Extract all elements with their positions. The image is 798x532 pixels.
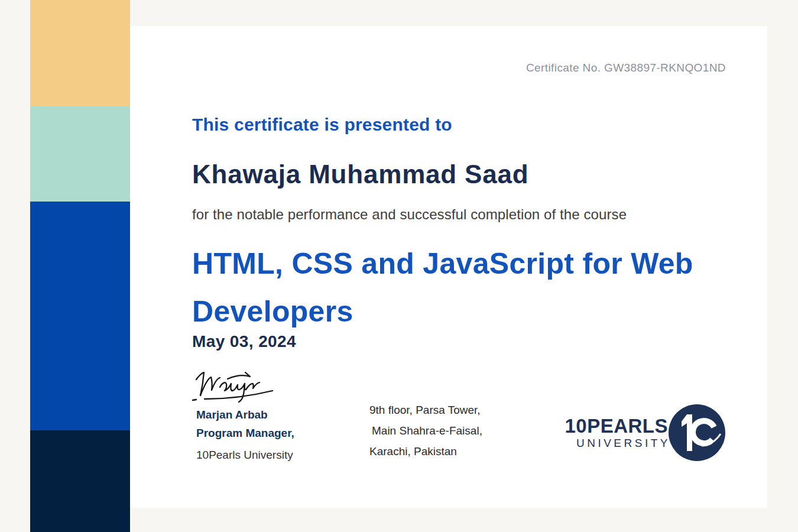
signatory-name: Marjan Arbab [196,406,294,424]
signatory-block: Marjan Arbab Program Manager, 10Pearls U… [196,406,294,464]
certificate-page: Certificate No. GW38897-RKNQO1ND This ce… [0,0,798,532]
strip-block-navy [30,430,130,532]
signature-image [188,369,277,406]
address-line: 9th floor, Parsa Tower, [369,400,482,420]
issue-date: May 03, 2024 [192,332,296,351]
course-title: HTML, CSS and JavaScript for Web Develop… [192,240,706,336]
strip-block-mint [30,106,130,202]
address-block: 9th floor, Parsa Tower, Main Shahra-e-Fa… [369,400,482,462]
logo-10-mark-icon [669,404,725,461]
certificate-number: Certificate No. GW38897-RKNQO1ND [526,61,726,74]
recipient-name: Khawaja Muhammad Saad [192,160,528,189]
left-color-strip [30,0,130,532]
signatory-role: Program Manager, [196,424,294,442]
strip-block-blue [30,202,130,430]
completion-text: for the notable performance and successf… [192,206,627,223]
strip-block-orange [30,0,130,106]
university-logo: 10PEARLS UNIVERSITY [559,404,725,462]
address-line: Main Shahra-e-Faisal, [369,420,482,441]
logo-text: 10PEARLS UNIVERSITY [559,416,668,451]
logo-wordmark: 10PEARLS [559,416,668,436]
address-line: Karachi, Pakistan [369,441,482,462]
logo-subtext: UNIVERSITY [559,436,670,451]
presented-to-heading: This certificate is presented to [192,115,452,135]
signatory-organization: 10Pearls University [196,446,294,464]
certificate-panel: Certificate No. GW38897-RKNQO1ND This ce… [130,26,767,508]
